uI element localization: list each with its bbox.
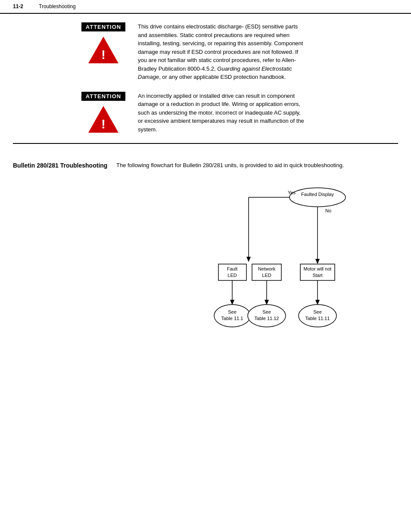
attention-left-2: ATTENTION ! — [78, 92, 129, 134]
bulletin-heading: Bulletin 280/281 Troubleshooting — [13, 162, 108, 169]
attention-badge-1: ATTENTION — [81, 22, 125, 31]
yes-label: Yes — [288, 190, 296, 195]
svg-marker-21 — [315, 300, 320, 305]
svg-text:Table 11.1: Table 11.1 — [221, 316, 243, 321]
page-header: 11-2 Troubleshooting — [0, 0, 411, 14]
attention-badge-2: ATTENTION — [81, 92, 125, 101]
attention-text-1: This drive contains electrostatic discha… — [138, 22, 306, 81]
svg-marker-9 — [315, 259, 320, 264]
see-table-11-1-label: See — [228, 309, 237, 314]
flowchart-svg: Faulted Display Yes — [145, 178, 369, 346]
svg-marker-17 — [230, 300, 234, 305]
attention-block-1: ATTENTION ! This drive contains electros… — [13, 22, 398, 81]
motor-will-not-start-label: Motor will not — [304, 266, 332, 271]
svg-text:LED: LED — [227, 273, 237, 278]
bulletin-right: The following flowchart for Bulletin 280… — [116, 161, 398, 346]
see-table-11-12-label: See — [262, 309, 271, 314]
bulletin-section: Bulletin 280/281 Troubleshooting The fol… — [13, 144, 398, 346]
svg-text:!: ! — [101, 117, 106, 131]
svg-text:LED: LED — [262, 273, 271, 278]
page: 11-2 Troubleshooting ATTENTION ! This dr… — [0, 0, 411, 532]
svg-marker-19 — [265, 300, 269, 305]
bulletin-left: Bulletin 280/281 Troubleshooting — [13, 161, 108, 346]
svg-point-4 — [290, 188, 346, 207]
attention-left-1: ATTENTION ! — [78, 22, 129, 65]
svg-text:Table 11.11: Table 11.11 — [305, 316, 330, 321]
warning-triangle-icon-2: ! — [86, 104, 121, 134]
page-number: 11-2 — [13, 3, 39, 9]
bulletin-description: The following flowchart for Bulletin 280… — [116, 161, 398, 170]
attention-text-2: An incorrectly applied or installed driv… — [138, 92, 306, 134]
page-title: Troubleshooting — [39, 3, 76, 9]
warning-triangle-icon-1: ! — [86, 35, 121, 65]
svg-text:!: ! — [101, 47, 106, 62]
attention-block-2: ATTENTION ! An incorrectly applied or in… — [13, 92, 398, 134]
see-table-11-11-label: See — [313, 309, 322, 314]
svg-text:Start: Start — [312, 273, 322, 278]
no-label: No — [325, 208, 331, 213]
flowchart-container: Faulted Display Yes — [116, 178, 398, 346]
faulted-display-label: Faulted Display — [301, 192, 334, 197]
attention-section: ATTENTION ! This drive contains electros… — [13, 14, 398, 144]
svg-text:Table 11.12: Table 11.12 — [255, 316, 279, 321]
svg-marker-7 — [246, 257, 251, 262]
fault-led-label: Fault — [227, 266, 237, 271]
main-content: ATTENTION ! This drive contains electros… — [0, 14, 411, 346]
network-led-label: Network — [258, 266, 276, 271]
